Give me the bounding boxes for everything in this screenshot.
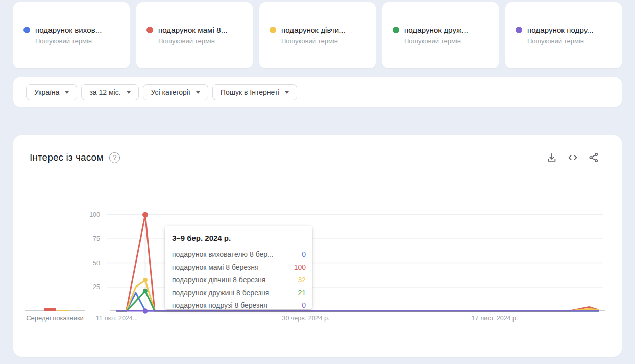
series-color-dot bbox=[270, 27, 276, 33]
filter-dropdown-label: Україна bbox=[34, 88, 59, 96]
caret-down-icon bbox=[65, 91, 69, 94]
hover-dot bbox=[143, 309, 148, 314]
average-bar bbox=[44, 308, 56, 311]
series-color-dot bbox=[516, 27, 522, 33]
series-color-dot bbox=[393, 27, 399, 33]
term-card[interactable]: подарунок подру...Пошуковий термін bbox=[505, 2, 622, 68]
average-axis-label: Середні показники bbox=[26, 314, 84, 322]
term-card[interactable]: подарунок вихов...Пошуковий термін bbox=[13, 2, 130, 68]
tooltip-term-label: подарунок подрузі 8 березня bbox=[172, 301, 267, 309]
x-tick-label: 17 лист. 2024 р. bbox=[472, 315, 518, 322]
embed-button[interactable] bbox=[567, 151, 579, 164]
term-type-label: Пошуковий термін bbox=[23, 37, 121, 45]
y-tick-label: 25 bbox=[93, 283, 100, 291]
filter-dropdown-3[interactable]: Пошук в Інтернеті bbox=[212, 84, 297, 100]
caret-down-icon bbox=[127, 91, 131, 94]
hover-dot bbox=[142, 212, 148, 218]
embed-icon bbox=[567, 152, 578, 163]
download-icon bbox=[546, 152, 557, 163]
tooltip-row: подарунок мамі 8 березня100 bbox=[172, 261, 306, 273]
average-bar bbox=[57, 310, 69, 311]
x-tick-label: 30 черв. 2024 р. bbox=[282, 315, 329, 322]
help-icon[interactable]: ? bbox=[109, 152, 120, 163]
x-tick-label: 11 лют. 2024... bbox=[96, 315, 138, 322]
tooltip-term-value: 0 bbox=[302, 250, 306, 258]
term-type-label: Пошуковий термін bbox=[270, 37, 368, 45]
term-card[interactable]: подарунок друж...Пошуковий термін bbox=[382, 2, 499, 68]
tooltip-term-value: 32 bbox=[298, 276, 306, 284]
series-color-dot bbox=[23, 27, 30, 33]
interest-over-time-chart[interactable]: 25507510011 лют. 2024...30 черв. 2024 р.… bbox=[13, 135, 622, 357]
hover-dot bbox=[143, 289, 148, 293]
y-tick-label: 100 bbox=[89, 211, 100, 218]
term-label: подарунок подру... bbox=[527, 25, 594, 34]
term-label: подарунок дівчи... bbox=[281, 25, 346, 34]
tooltip-term-label: подарунок дівчині 8 березня bbox=[172, 276, 265, 284]
term-label: подарунок вихов... bbox=[35, 25, 102, 34]
term-label: подарунок мамі 8... bbox=[158, 25, 227, 34]
download-button[interactable] bbox=[546, 151, 558, 164]
term-cards-row: подарунок вихов...Пошуковий термінподару… bbox=[13, 2, 622, 68]
tooltip-term-label: подарунок дружині 8 березня bbox=[172, 289, 269, 297]
panel-title: Інтерес із часом bbox=[30, 152, 103, 163]
filter-dropdown-2[interactable]: Усі категорії bbox=[143, 84, 208, 100]
tooltip-row: подарунок вихователю 8 бер...0 bbox=[172, 248, 306, 261]
tooltip-term-value: 0 bbox=[302, 301, 306, 309]
filter-dropdown-0[interactable]: Україна bbox=[26, 84, 77, 100]
hover-dot bbox=[143, 278, 148, 282]
tooltip-row: подарунок подрузі 8 березня0 bbox=[172, 299, 306, 311]
filter-dropdown-1[interactable]: за 12 міс. bbox=[81, 84, 138, 100]
caret-down-icon bbox=[285, 91, 289, 94]
tooltip-term-value: 100 bbox=[294, 263, 306, 271]
term-type-label: Пошуковий термін bbox=[516, 37, 614, 45]
tooltip-term-value: 21 bbox=[298, 289, 306, 297]
tooltip-term-label: подарунок мамі 8 березня bbox=[172, 263, 259, 271]
google-trends-page: { "page": { "background": "#e9edf6" }, "… bbox=[0, 0, 635, 364]
filter-dropdown-label: Усі категорії bbox=[151, 88, 190, 96]
term-type-label: Пошуковий термін bbox=[393, 37, 491, 45]
term-card[interactable]: подарунок мамі 8...Пошуковий термін bbox=[136, 2, 253, 68]
term-card[interactable]: подарунок дівчи...Пошуковий термін bbox=[259, 2, 376, 68]
y-tick-label: 50 bbox=[93, 259, 100, 267]
series-color-dot bbox=[146, 27, 153, 33]
term-label: подарунок друж... bbox=[404, 25, 468, 34]
interest-over-time-panel: Інтерес із часом ? 25507510011 лют. 2024… bbox=[13, 135, 622, 357]
filter-dropdown-label: Пошук в Інтернеті bbox=[221, 88, 279, 96]
tooltip-row: подарунок дівчині 8 березня32 bbox=[172, 273, 306, 286]
filter-dropdown-label: за 12 міс. bbox=[89, 88, 120, 96]
share-icon bbox=[588, 152, 599, 163]
y-tick-label: 75 bbox=[93, 235, 100, 242]
chart-tooltip: 3–9 бер. 2024 р. подарунок вихователю 8 … bbox=[165, 226, 312, 309]
term-type-label: Пошуковий термін bbox=[146, 37, 245, 45]
share-button[interactable] bbox=[588, 151, 600, 164]
tooltip-row: подарунок дружині 8 березня21 bbox=[172, 286, 306, 299]
tooltip-term-label: подарунок вихователю 8 бер... bbox=[172, 250, 274, 258]
tooltip-rows: подарунок вихователю 8 бер...0подарунок … bbox=[172, 248, 306, 311]
filter-bar: Україназа 12 міс.Усі категоріїПошук в Ін… bbox=[13, 77, 622, 107]
tooltip-date-label: 3–9 бер. 2024 р. bbox=[172, 233, 306, 242]
caret-down-icon bbox=[196, 91, 200, 94]
